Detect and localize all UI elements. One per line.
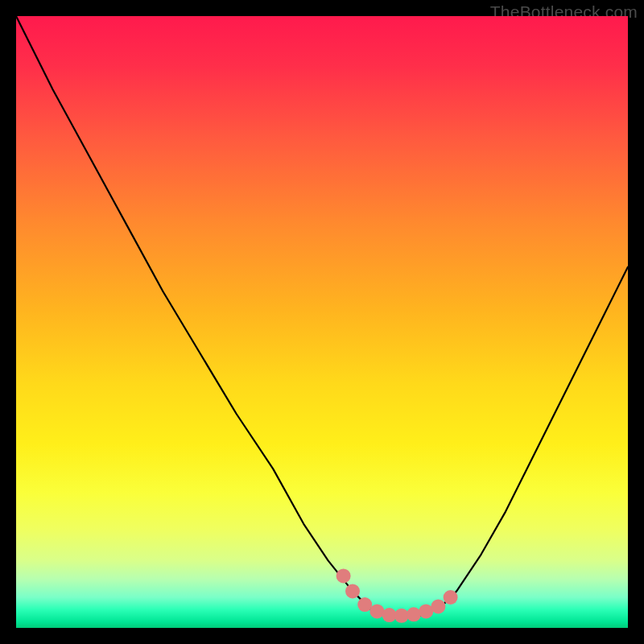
highlight-point <box>431 599 445 613</box>
highlight-point <box>444 590 458 605</box>
highlight-point <box>407 607 421 621</box>
bottleneck-curve <box>16 16 628 616</box>
highlight-point <box>336 568 351 583</box>
highlight-point <box>394 609 409 623</box>
highlight-markers <box>336 568 458 622</box>
highlight-point <box>345 584 360 598</box>
curve-layer <box>16 16 628 628</box>
plot-area <box>16 16 628 628</box>
chart-frame: TheBottleneck.com <box>0 0 644 644</box>
highlight-point <box>357 597 372 612</box>
highlight-point <box>369 604 384 618</box>
